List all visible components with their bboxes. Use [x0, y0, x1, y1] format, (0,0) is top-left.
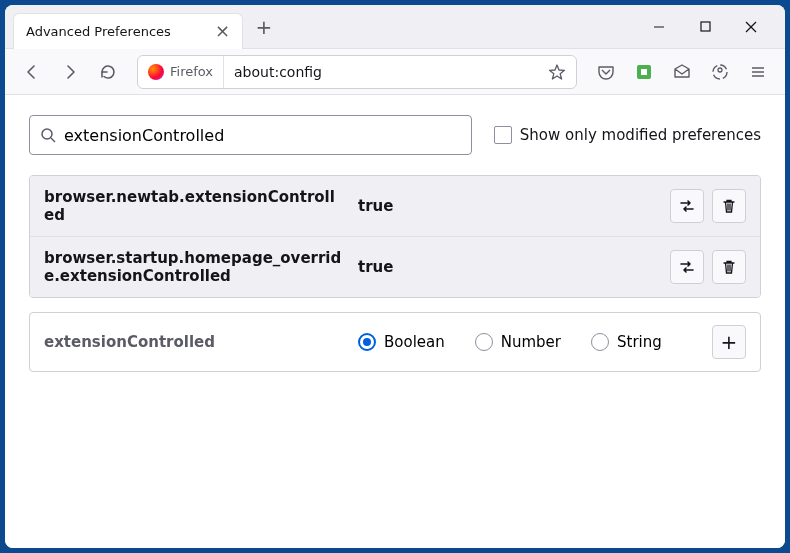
bookmark-star-icon[interactable]	[548, 63, 566, 81]
inbox-icon[interactable]	[665, 55, 699, 89]
extension-icon[interactable]	[627, 55, 661, 89]
pref-actions	[670, 250, 746, 284]
radio-boolean[interactable]: Boolean	[358, 333, 445, 351]
radio-string[interactable]: String	[591, 333, 662, 351]
firefox-icon	[148, 64, 164, 80]
delete-button[interactable]	[712, 189, 746, 223]
search-row: Show only modified preferences	[29, 115, 761, 155]
pref-value: true	[358, 258, 656, 276]
svg-rect-1	[701, 22, 710, 31]
preferences-list: browser.newtab.extensionControlled true …	[29, 175, 761, 298]
type-radio-group: Boolean Number String	[358, 333, 698, 351]
svg-rect-5	[641, 69, 647, 75]
maximize-button[interactable]	[691, 13, 719, 41]
new-pref-name: extensionControlled	[44, 333, 344, 351]
pref-name: browser.startup.homepage_override.extens…	[44, 249, 344, 285]
pref-actions	[670, 189, 746, 223]
back-button[interactable]	[15, 55, 49, 89]
search-icon	[40, 127, 56, 143]
svg-point-11	[42, 129, 52, 139]
toggle-button[interactable]	[670, 189, 704, 223]
radio-label: Number	[501, 333, 561, 351]
radio-icon	[591, 333, 609, 351]
add-button[interactable]: +	[712, 325, 746, 359]
reload-button[interactable]	[91, 55, 125, 89]
new-tab-button[interactable]: +	[249, 12, 279, 42]
pref-value: true	[358, 197, 656, 215]
pref-name: browser.newtab.extensionControlled	[44, 188, 344, 224]
browser-window: Advanced Preferences × +	[5, 5, 785, 548]
account-icon[interactable]	[703, 55, 737, 89]
add-preference-box: extensionControlled Boolean Number Strin…	[29, 312, 761, 372]
browser-tab[interactable]: Advanced Preferences ×	[13, 13, 243, 49]
svg-point-7	[718, 68, 722, 72]
toggle-button[interactable]	[670, 250, 704, 284]
tab-title: Advanced Preferences	[26, 24, 171, 39]
pref-row: browser.startup.homepage_override.extens…	[30, 237, 760, 297]
radio-icon	[475, 333, 493, 351]
search-box[interactable]	[29, 115, 472, 155]
url-bar[interactable]: Firefox about:config	[137, 55, 577, 89]
menu-button[interactable]	[741, 55, 775, 89]
checkbox-icon	[494, 126, 512, 144]
radio-number[interactable]: Number	[475, 333, 561, 351]
minimize-button[interactable]	[645, 13, 673, 41]
url-text: about:config	[234, 64, 548, 80]
titlebar: Advanced Preferences × +	[5, 5, 785, 49]
pocket-icon[interactable]	[589, 55, 623, 89]
add-pref-row: extensionControlled Boolean Number Strin…	[30, 313, 760, 371]
forward-button[interactable]	[53, 55, 87, 89]
delete-button[interactable]	[712, 250, 746, 284]
svg-line-12	[51, 138, 55, 142]
radio-label: Boolean	[384, 333, 445, 351]
pref-actions: +	[712, 325, 746, 359]
radio-icon	[358, 333, 376, 351]
search-input[interactable]	[64, 126, 461, 145]
show-modified-label: Show only modified preferences	[520, 126, 761, 144]
pref-row: browser.newtab.extensionControlled true	[30, 176, 760, 237]
identity-box[interactable]: Firefox	[148, 56, 224, 88]
close-tab-icon[interactable]: ×	[215, 22, 230, 40]
close-window-button[interactable]	[737, 13, 765, 41]
about-config-content: Show only modified preferences browser.n…	[5, 95, 785, 548]
nav-toolbar: Firefox about:config	[5, 49, 785, 95]
window-controls	[645, 13, 777, 41]
radio-label: String	[617, 333, 662, 351]
identity-label: Firefox	[170, 64, 213, 79]
show-modified-checkbox[interactable]: Show only modified preferences	[494, 126, 761, 144]
